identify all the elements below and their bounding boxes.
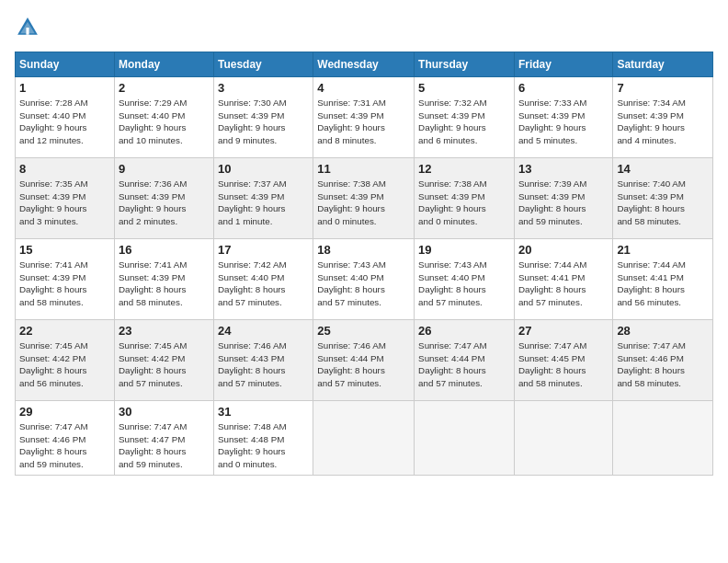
logo-icon bbox=[15, 15, 40, 40]
day-number: 2 bbox=[119, 81, 210, 95]
day-info: Sunrise: 7:46 AM Sunset: 4:43 PM Dayligh… bbox=[218, 339, 309, 390]
calendar-cell: 13Sunrise: 7:39 AM Sunset: 4:39 PM Dayli… bbox=[514, 158, 612, 239]
calendar-week-row: 8Sunrise: 7:35 AM Sunset: 4:39 PM Daylig… bbox=[16, 158, 713, 239]
day-info: Sunrise: 7:36 AM Sunset: 4:39 PM Dayligh… bbox=[119, 178, 210, 228]
day-info: Sunrise: 7:35 AM Sunset: 4:39 PM Dayligh… bbox=[19, 178, 110, 228]
day-info: Sunrise: 7:37 AM Sunset: 4:39 PM Dayligh… bbox=[218, 178, 309, 228]
day-info: Sunrise: 7:30 AM Sunset: 4:39 PM Dayligh… bbox=[218, 97, 309, 147]
calendar-week-row: 15Sunrise: 7:41 AM Sunset: 4:39 PM Dayli… bbox=[16, 239, 713, 320]
calendar-cell: 25Sunrise: 7:46 AM Sunset: 4:44 PM Dayli… bbox=[313, 320, 415, 401]
day-header: Monday bbox=[114, 52, 213, 77]
calendar-cell: 12Sunrise: 7:38 AM Sunset: 4:39 PM Dayli… bbox=[415, 158, 515, 239]
day-number: 7 bbox=[617, 81, 709, 95]
day-info: Sunrise: 7:29 AM Sunset: 4:40 PM Dayligh… bbox=[119, 97, 210, 147]
calendar-cell: 26Sunrise: 7:47 AM Sunset: 4:44 PM Dayli… bbox=[415, 320, 515, 401]
calendar-cell: 15Sunrise: 7:41 AM Sunset: 4:39 PM Dayli… bbox=[16, 239, 115, 320]
calendar-cell: 7Sunrise: 7:34 AM Sunset: 4:39 PM Daylig… bbox=[613, 77, 713, 158]
calendar-cell: 4Sunrise: 7:31 AM Sunset: 4:39 PM Daylig… bbox=[313, 77, 415, 158]
day-number: 9 bbox=[119, 162, 210, 176]
header bbox=[15, 15, 713, 40]
day-header: Thursday bbox=[415, 52, 515, 77]
day-number: 30 bbox=[119, 405, 210, 419]
day-number: 13 bbox=[518, 162, 609, 176]
day-number: 20 bbox=[518, 243, 609, 257]
day-number: 31 bbox=[218, 405, 309, 419]
day-number: 29 bbox=[19, 405, 110, 419]
day-number: 28 bbox=[617, 324, 709, 338]
calendar-cell bbox=[313, 401, 415, 476]
calendar-cell: 18Sunrise: 7:43 AM Sunset: 4:40 PM Dayli… bbox=[313, 239, 415, 320]
day-number: 14 bbox=[617, 162, 709, 176]
day-info: Sunrise: 7:44 AM Sunset: 4:41 PM Dayligh… bbox=[617, 259, 709, 309]
day-number: 18 bbox=[317, 243, 410, 257]
calendar-cell: 16Sunrise: 7:41 AM Sunset: 4:39 PM Dayli… bbox=[114, 239, 213, 320]
calendar-cell: 22Sunrise: 7:45 AM Sunset: 4:42 PM Dayli… bbox=[16, 320, 115, 401]
day-number: 5 bbox=[418, 81, 510, 95]
day-info: Sunrise: 7:43 AM Sunset: 4:40 PM Dayligh… bbox=[317, 259, 410, 309]
day-info: Sunrise: 7:43 AM Sunset: 4:40 PM Dayligh… bbox=[418, 259, 510, 309]
calendar-week-row: 29Sunrise: 7:47 AM Sunset: 4:46 PM Dayli… bbox=[16, 401, 713, 476]
calendar-cell: 28Sunrise: 7:47 AM Sunset: 4:46 PM Dayli… bbox=[613, 320, 713, 401]
calendar-table: SundayMondayTuesdayWednesdayThursdayFrid… bbox=[15, 52, 713, 476]
day-number: 6 bbox=[518, 81, 609, 95]
day-info: Sunrise: 7:34 AM Sunset: 4:39 PM Dayligh… bbox=[617, 97, 709, 147]
day-number: 15 bbox=[19, 243, 110, 257]
day-header: Saturday bbox=[613, 52, 713, 77]
calendar-cell: 27Sunrise: 7:47 AM Sunset: 4:45 PM Dayli… bbox=[514, 320, 612, 401]
day-number: 12 bbox=[418, 162, 510, 176]
day-number: 21 bbox=[617, 243, 709, 257]
day-number: 19 bbox=[418, 243, 510, 257]
logo bbox=[15, 15, 44, 40]
day-number: 4 bbox=[317, 81, 410, 95]
calendar-container: SundayMondayTuesdayWednesdayThursdayFrid… bbox=[0, 0, 728, 483]
calendar-cell: 20Sunrise: 7:44 AM Sunset: 4:41 PM Dayli… bbox=[514, 239, 612, 320]
calendar-cell: 2Sunrise: 7:29 AM Sunset: 4:40 PM Daylig… bbox=[114, 77, 213, 158]
day-info: Sunrise: 7:46 AM Sunset: 4:44 PM Dayligh… bbox=[317, 339, 410, 390]
day-number: 11 bbox=[317, 162, 410, 176]
day-number: 25 bbox=[317, 324, 410, 338]
day-info: Sunrise: 7:38 AM Sunset: 4:39 PM Dayligh… bbox=[418, 178, 510, 228]
day-info: Sunrise: 7:45 AM Sunset: 4:42 PM Dayligh… bbox=[19, 339, 110, 390]
calendar-cell: 5Sunrise: 7:32 AM Sunset: 4:39 PM Daylig… bbox=[415, 77, 515, 158]
day-info: Sunrise: 7:47 AM Sunset: 4:46 PM Dayligh… bbox=[19, 420, 110, 471]
day-header: Wednesday bbox=[313, 52, 415, 77]
calendar-cell: 19Sunrise: 7:43 AM Sunset: 4:40 PM Dayli… bbox=[415, 239, 515, 320]
calendar-cell: 29Sunrise: 7:47 AM Sunset: 4:46 PM Dayli… bbox=[16, 401, 115, 476]
day-number: 17 bbox=[218, 243, 309, 257]
day-number: 8 bbox=[19, 162, 110, 176]
calendar-cell: 31Sunrise: 7:48 AM Sunset: 4:48 PM Dayli… bbox=[213, 401, 313, 476]
day-info: Sunrise: 7:44 AM Sunset: 4:41 PM Dayligh… bbox=[518, 259, 609, 309]
calendar-cell: 1Sunrise: 7:28 AM Sunset: 4:40 PM Daylig… bbox=[16, 77, 115, 158]
day-info: Sunrise: 7:38 AM Sunset: 4:39 PM Dayligh… bbox=[317, 178, 410, 228]
calendar-cell: 10Sunrise: 7:37 AM Sunset: 4:39 PM Dayli… bbox=[213, 158, 313, 239]
day-info: Sunrise: 7:40 AM Sunset: 4:39 PM Dayligh… bbox=[617, 178, 709, 228]
day-info: Sunrise: 7:41 AM Sunset: 4:39 PM Dayligh… bbox=[19, 259, 110, 309]
day-info: Sunrise: 7:42 AM Sunset: 4:40 PM Dayligh… bbox=[218, 259, 309, 309]
calendar-cell: 3Sunrise: 7:30 AM Sunset: 4:39 PM Daylig… bbox=[213, 77, 313, 158]
calendar-week-row: 22Sunrise: 7:45 AM Sunset: 4:42 PM Dayli… bbox=[16, 320, 713, 401]
calendar-cell bbox=[415, 401, 515, 476]
day-header: Friday bbox=[514, 52, 612, 77]
day-info: Sunrise: 7:47 AM Sunset: 4:45 PM Dayligh… bbox=[518, 339, 609, 390]
day-info: Sunrise: 7:47 AM Sunset: 4:46 PM Dayligh… bbox=[617, 339, 709, 390]
day-info: Sunrise: 7:33 AM Sunset: 4:39 PM Dayligh… bbox=[518, 97, 609, 147]
day-info: Sunrise: 7:47 AM Sunset: 4:47 PM Dayligh… bbox=[119, 420, 210, 471]
day-info: Sunrise: 7:41 AM Sunset: 4:39 PM Dayligh… bbox=[119, 259, 210, 309]
calendar-cell bbox=[613, 401, 713, 476]
day-info: Sunrise: 7:45 AM Sunset: 4:42 PM Dayligh… bbox=[119, 339, 210, 390]
day-number: 1 bbox=[19, 81, 110, 95]
day-info: Sunrise: 7:31 AM Sunset: 4:39 PM Dayligh… bbox=[317, 97, 410, 147]
day-number: 23 bbox=[119, 324, 210, 338]
calendar-cell: 14Sunrise: 7:40 AM Sunset: 4:39 PM Dayli… bbox=[613, 158, 713, 239]
calendar-cell: 21Sunrise: 7:44 AM Sunset: 4:41 PM Dayli… bbox=[613, 239, 713, 320]
day-number: 22 bbox=[19, 324, 110, 338]
day-info: Sunrise: 7:32 AM Sunset: 4:39 PM Dayligh… bbox=[418, 97, 510, 147]
calendar-cell: 9Sunrise: 7:36 AM Sunset: 4:39 PM Daylig… bbox=[114, 158, 213, 239]
svg-rect-2 bbox=[26, 28, 28, 35]
calendar-cell: 30Sunrise: 7:47 AM Sunset: 4:47 PM Dayli… bbox=[114, 401, 213, 476]
day-number: 27 bbox=[518, 324, 609, 338]
calendar-cell: 11Sunrise: 7:38 AM Sunset: 4:39 PM Dayli… bbox=[313, 158, 415, 239]
day-info: Sunrise: 7:39 AM Sunset: 4:39 PM Dayligh… bbox=[518, 178, 609, 228]
day-info: Sunrise: 7:28 AM Sunset: 4:40 PM Dayligh… bbox=[19, 97, 110, 147]
day-info: Sunrise: 7:47 AM Sunset: 4:44 PM Dayligh… bbox=[418, 339, 510, 390]
